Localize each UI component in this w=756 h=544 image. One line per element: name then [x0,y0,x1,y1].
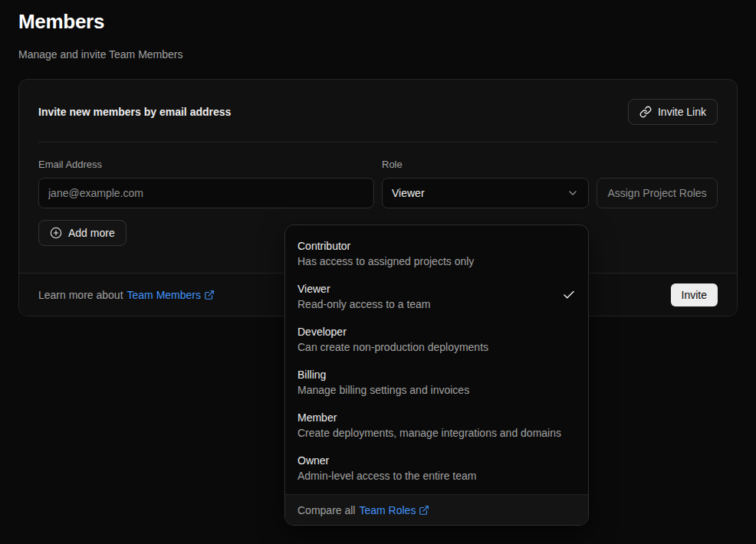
members-settings-page: Members Manage and invite Team Members I… [0,0,756,544]
add-more-button-label: Add more [68,227,115,239]
role-label: Role [382,159,589,170]
external-link-icon [419,505,429,516]
page-title: Members [18,10,104,34]
email-address-label: Email Address [38,159,374,170]
compare-all-prefix: Compare all [297,504,355,516]
role-option-contributor[interactable]: Contributor Has access to assigned proje… [285,232,588,275]
role-option-description: Manage billing settings and invoices [297,382,469,398]
role-option-description: Admin-level access to the entire team [297,468,476,483]
invite-link-button[interactable]: Invite Link [628,99,718,125]
role-select[interactable]: Viewer [382,178,589,208]
role-option-member[interactable]: Member Create deployments, manage integr… [285,404,588,447]
role-option-name: Developer [297,324,488,339]
learn-more-text: Learn more about Team Members [38,289,215,301]
role-option-name: Billing [297,367,469,382]
plus-circle-icon [50,227,62,239]
compare-all-text: Compare all Team Roles [297,504,429,516]
chevron-down-icon [567,187,579,199]
role-select-value: Viewer [392,187,425,199]
external-link-icon [204,290,215,300]
role-dropdown-menu: Contributor Has access to assigned proje… [284,224,589,526]
role-option-description: Can create non-production deployments [297,339,488,355]
team-roles-link[interactable]: Team Roles [359,504,429,516]
role-option-owner[interactable]: Owner Admin-level access to the entire t… [285,447,588,490]
role-option-name: Member [297,410,561,425]
role-option-viewer[interactable]: Viewer Read-only access to a team [285,275,588,318]
team-roles-link-label: Team Roles [359,504,416,516]
role-option-description: Create deployments, manage integrations … [297,425,561,441]
invite-button[interactable]: Invite [671,283,718,306]
team-members-link[interactable]: Team Members [127,289,215,301]
learn-more-prefix: Learn more about [38,289,123,301]
check-icon [562,288,576,305]
assign-project-roles-button[interactable]: Assign Project Roles [597,178,718,208]
role-option-name: Viewer [297,281,431,297]
link-icon [639,106,652,118]
role-option-description: Read-only access to a team [297,297,431,312]
role-option-developer[interactable]: Developer Can create non-production depl… [285,318,588,361]
email-input[interactable] [38,178,374,208]
role-option-billing[interactable]: Billing Manage billing settings and invo… [285,361,588,404]
role-option-description: Has access to assigned projects only [297,254,474,269]
invite-link-button-label: Invite Link [658,106,706,118]
role-option-name: Owner [297,453,476,468]
invite-card-header: Invite new members by email address Invi… [19,80,737,142]
team-members-link-label: Team Members [127,289,201,301]
add-more-button[interactable]: Add more [38,220,127,246]
role-dropdown-items: Contributor Has access to assigned proje… [285,225,588,494]
invite-card-title: Invite new members by email address [38,106,231,118]
role-option-name: Contributor [297,238,474,254]
role-dropdown-footer: Compare all Team Roles [285,494,588,525]
page-subtitle: Manage and invite Team Members [18,48,183,61]
